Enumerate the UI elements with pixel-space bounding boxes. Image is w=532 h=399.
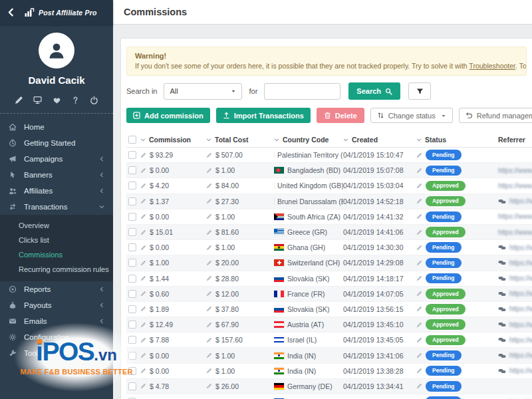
row-checkbox[interactable] xyxy=(128,275,136,283)
status-badge[interactable]: Approved xyxy=(426,289,466,299)
edit-icon[interactable] xyxy=(416,198,422,204)
row-checkbox[interactable] xyxy=(128,166,136,174)
row-checkbox[interactable] xyxy=(128,243,136,251)
status-badge[interactable]: Pending xyxy=(426,273,462,284)
referrer-link[interactable]: https://www. xyxy=(509,336,532,344)
column-header-status[interactable]: Status xyxy=(416,132,483,147)
search-button[interactable]: Search xyxy=(348,82,400,100)
filter-button[interactable] xyxy=(408,82,431,100)
avatar[interactable] xyxy=(39,33,74,68)
status-badge[interactable]: Pending xyxy=(426,166,462,176)
heart-icon[interactable] xyxy=(53,96,61,104)
back-chevron-icon[interactable] xyxy=(7,8,15,17)
row-checkbox[interactable] xyxy=(128,290,136,298)
row-checkbox[interactable] xyxy=(128,151,136,159)
edit-icon[interactable] xyxy=(206,383,212,389)
question-icon[interactable] xyxy=(71,96,80,104)
edit-icon[interactable] xyxy=(206,245,212,251)
sidebar-subitem-commissions[interactable]: Commissions xyxy=(0,247,113,262)
edit-icon[interactable] xyxy=(416,337,422,343)
referrer-link[interactable]: https://www. xyxy=(498,167,532,174)
referrer-link[interactable]: https://www. xyxy=(509,259,532,267)
edit-icon[interactable] xyxy=(140,152,146,158)
edit-icon[interactable] xyxy=(140,245,146,251)
edit-icon[interactable] xyxy=(140,213,146,219)
column-header-total-cost[interactable]: Total Cost xyxy=(205,132,274,147)
edit-icon[interactable] xyxy=(206,152,212,158)
troubleshooter-link[interactable]: Troubleshooter xyxy=(469,62,515,70)
edit-icon[interactable] xyxy=(140,198,146,204)
edit-icon[interactable] xyxy=(416,352,422,358)
sidebar-item-banners[interactable]: Banners xyxy=(0,167,113,183)
status-badge[interactable]: Pending xyxy=(426,366,462,376)
edit-icon[interactable] xyxy=(206,368,212,374)
sidebar-subitem-recurring-commission-rules[interactable]: Recurring commission rules xyxy=(0,262,113,277)
sidebar-item-configuration[interactable]: Configuration xyxy=(0,329,113,345)
edit-icon[interactable] xyxy=(206,213,212,219)
edit-icon[interactable] xyxy=(206,198,212,204)
edit-icon[interactable] xyxy=(416,368,422,374)
status-badge[interactable]: Pending xyxy=(426,242,462,253)
row-checkbox[interactable] xyxy=(128,352,136,360)
status-badge[interactable]: Pending xyxy=(426,381,462,392)
search-in-select[interactable]: All xyxy=(164,83,242,100)
referrer-link[interactable]: https://www. xyxy=(509,244,532,251)
status-badge[interactable]: Pending xyxy=(426,258,462,269)
status-badge[interactable]: Approved xyxy=(426,227,466,237)
edit-icon[interactable] xyxy=(140,168,146,174)
edit-icon[interactable] xyxy=(416,229,422,235)
search-input[interactable] xyxy=(264,83,340,100)
sidebar-item-affiliates[interactable]: Affiliates xyxy=(0,183,113,199)
sidebar-item-getting-started[interactable]: Getting Started xyxy=(0,135,113,151)
refund-management-button[interactable]: Refund management xyxy=(459,108,532,123)
edit-icon[interactable] xyxy=(416,291,422,297)
column-header-country-code[interactable]: Country Code xyxy=(274,132,343,147)
row-checkbox[interactable] xyxy=(128,228,136,236)
status-badge[interactable]: Approved xyxy=(426,319,466,330)
status-badge[interactable]: Pending xyxy=(426,150,462,160)
referrer-link[interactable]: https://www. xyxy=(509,290,532,297)
edit-icon[interactable] xyxy=(416,275,422,281)
status-badge[interactable]: Pending xyxy=(426,350,462,361)
edit-icon[interactable] xyxy=(140,229,146,235)
edit-icon[interactable] xyxy=(416,168,422,174)
status-badge[interactable]: Approved xyxy=(426,335,466,346)
edit-icon[interactable] xyxy=(140,337,146,343)
referrer-link[interactable]: https://www. xyxy=(509,321,532,329)
edit-icon[interactable] xyxy=(140,368,146,374)
change-status-button[interactable]: Change status xyxy=(370,108,453,123)
referrer-link[interactable]: https://www. xyxy=(509,275,532,282)
edit-icon[interactable] xyxy=(140,275,146,281)
pencil-icon[interactable] xyxy=(15,96,23,104)
sidebar-item-payouts[interactable]: Payouts xyxy=(0,297,113,313)
status-badge[interactable]: Approved xyxy=(426,181,466,192)
referrer-link[interactable]: https://www. xyxy=(498,229,532,236)
sidebar-item-emails[interactable]: Emails xyxy=(0,313,113,329)
edit-icon[interactable] xyxy=(206,322,212,328)
edit-icon[interactable] xyxy=(206,306,212,312)
referrer-link[interactable]: https://www. xyxy=(509,367,532,374)
edit-icon[interactable] xyxy=(206,275,212,281)
edit-icon[interactable] xyxy=(206,183,212,189)
edit-icon[interactable] xyxy=(416,152,422,158)
edit-icon[interactable] xyxy=(140,322,146,328)
sidebar-subitem-overview[interactable]: Overview xyxy=(0,218,113,233)
column-header-created[interactable]: Created xyxy=(343,132,416,147)
edit-icon[interactable] xyxy=(140,183,146,189)
edit-icon[interactable] xyxy=(140,306,146,312)
status-badge[interactable]: Approved xyxy=(426,196,466,207)
row-checkbox[interactable] xyxy=(128,321,136,329)
status-badge[interactable]: Pending xyxy=(426,396,462,399)
referrer-link[interactable]: https://www. xyxy=(498,182,532,190)
edit-icon[interactable] xyxy=(140,352,146,358)
monitor-icon[interactable] xyxy=(33,96,42,104)
delete-button[interactable]: Delete xyxy=(317,108,364,123)
status-badge[interactable]: Approved xyxy=(426,304,466,315)
row-checkbox[interactable] xyxy=(128,213,136,221)
power-icon[interactable] xyxy=(90,96,98,104)
sidebar-item-tools[interactable]: Tools xyxy=(0,345,113,361)
row-checkbox[interactable] xyxy=(128,336,136,344)
edit-icon[interactable] xyxy=(416,183,422,189)
sidebar-item-reports[interactable]: Reports xyxy=(0,281,113,297)
edit-icon[interactable] xyxy=(206,291,212,297)
